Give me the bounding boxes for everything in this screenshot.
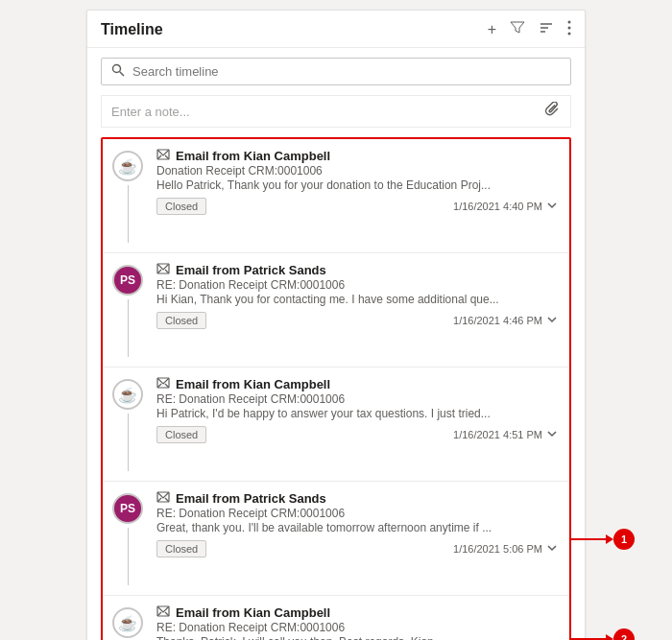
item-content: Email from Kian CampbellRE: Donation Rec… — [153, 377, 558, 443]
avatar-col: ☕ — [103, 149, 153, 243]
panel-title: Timeline — [101, 21, 163, 38]
timeline-item: ☕Email from Kian CampbellRE: Donation Re… — [103, 367, 569, 482]
search-input[interactable] — [132, 64, 561, 79]
datetime-text: 1/16/2021 5:06 PM — [453, 543, 542, 555]
svg-line-9 — [157, 155, 161, 159]
item-subject: RE: Donation Receipt CRM:0001006 — [156, 621, 558, 634]
item-content: Email from Patrick SandsRE: Donation Rec… — [153, 491, 558, 557]
item-preview: Hello Patrick, Thank you for your donati… — [156, 178, 521, 192]
chevron-down-icon[interactable] — [546, 428, 558, 441]
timeline-item: ☕Email from Kian CampbellRE: Donation Re… — [103, 596, 569, 640]
svg-point-4 — [568, 27, 571, 30]
avatar: PS — [112, 265, 143, 296]
avatar-col: PS — [103, 491, 153, 585]
email-icon — [156, 263, 170, 277]
email-icon — [156, 377, 170, 391]
status-badge: Closed — [156, 312, 206, 329]
item-sender: Email from Kian Campbell — [156, 149, 558, 163]
avatar-col: PS — [103, 263, 153, 357]
item-content: Email from Kian CampbellRE: Donation Rec… — [153, 605, 558, 640]
svg-point-6 — [113, 65, 121, 73]
item-footer: Closed1/16/2021 4:40 PM — [156, 198, 558, 215]
datetime-text: 1/16/2021 4:46 PM — [453, 315, 542, 326]
timeline-vline — [128, 299, 129, 357]
svg-line-12 — [157, 270, 161, 273]
item-datetime: 1/16/2021 4:40 PM — [453, 200, 558, 213]
chevron-down-icon[interactable] — [546, 200, 558, 213]
add-icon[interactable]: + — [488, 21, 496, 38]
item-subject: Donation Receipt CRM:0001006 — [156, 164, 558, 178]
note-bar[interactable]: Enter a note... — [101, 95, 571, 128]
more-icon[interactable] — [567, 20, 571, 39]
cup-icon: ☕ — [118, 614, 137, 632]
item-footer: Closed1/16/2021 4:46 PM — [156, 312, 558, 329]
timeline-list: ☕Email from Kian CampbellDonation Receip… — [103, 139, 569, 640]
sender-text: Email from Kian Campbell — [176, 605, 330, 620]
svg-line-16 — [165, 384, 169, 388]
item-content: Email from Patrick SandsRE: Donation Rec… — [153, 263, 558, 329]
chevron-down-icon[interactable] — [546, 542, 558, 556]
timeline-item: PSEmail from Patrick SandsRE: Donation R… — [103, 253, 569, 367]
email-icon — [156, 149, 170, 163]
datetime-text: 1/16/2021 4:40 PM — [453, 201, 542, 212]
annotation-2: 2 — [571, 628, 635, 641]
svg-point-5 — [568, 33, 571, 36]
item-preview: Hi Patrick, I'd be happy to answer your … — [156, 407, 521, 420]
timeline-vline — [128, 185, 129, 243]
item-preview: Thanks, Patrick. I will call you then. B… — [156, 635, 521, 640]
timeline-vline — [128, 414, 129, 471]
timeline-vline — [128, 528, 129, 585]
search-bar — [101, 58, 571, 85]
svg-line-10 — [165, 155, 169, 159]
item-datetime: 1/16/2021 4:46 PM — [453, 314, 558, 327]
avatar: ☕ — [112, 607, 143, 638]
sender-text: Email from Patrick Sands — [176, 263, 326, 277]
item-subject: RE: Donation Receipt CRM:0001006 — [156, 392, 558, 406]
cup-icon: ☕ — [118, 157, 137, 176]
paperclip-icon — [545, 102, 561, 121]
status-badge: Closed — [156, 426, 206, 443]
item-content: Email from Kian CampbellDonation Receipt… — [153, 149, 558, 215]
svg-line-15 — [157, 384, 161, 388]
search-icon — [111, 63, 125, 80]
email-icon — [156, 605, 170, 620]
item-preview: Hi Kian, Thank you for contacting me. I … — [156, 293, 521, 306]
timeline-item: ☕Email from Kian CampbellDonation Receip… — [103, 139, 569, 253]
sort-icon[interactable] — [539, 20, 554, 39]
status-badge: Closed — [156, 198, 206, 215]
avatar: ☕ — [112, 151, 143, 181]
chevron-down-icon[interactable] — [546, 314, 558, 327]
sender-text: Email from Kian Campbell — [176, 149, 330, 163]
avatar: PS — [112, 493, 143, 524]
timeline-item: PSEmail from Patrick SandsRE: Donation R… — [103, 482, 569, 596]
item-preview: Great, thank you. I'll be available tomo… — [156, 521, 521, 534]
sender-text: Email from Kian Campbell — [176, 377, 330, 391]
svg-line-7 — [120, 72, 124, 76]
status-badge: Closed — [156, 540, 206, 557]
filter-icon[interactable] — [510, 20, 525, 39]
item-footer: Closed1/16/2021 5:06 PM — [156, 540, 558, 557]
avatar: ☕ — [112, 379, 143, 410]
item-subject: RE: Donation Receipt CRM:0001006 — [156, 278, 558, 292]
item-sender: Email from Patrick Sands — [156, 491, 558, 506]
email-icon — [156, 491, 170, 506]
avatar-col: ☕ — [103, 377, 153, 471]
sender-text: Email from Patrick Sands — [176, 491, 326, 506]
panel-header: Timeline + — [87, 11, 585, 48]
svg-line-13 — [165, 270, 169, 273]
item-datetime: 1/16/2021 4:51 PM — [453, 428, 558, 441]
header-icons: + — [488, 20, 571, 39]
item-sender: Email from Kian Campbell — [156, 605, 558, 620]
note-placeholder: Enter a note... — [111, 105, 190, 119]
item-datetime: 1/16/2021 5:06 PM — [453, 542, 558, 556]
svg-point-3 — [568, 21, 571, 24]
item-footer: Closed1/16/2021 4:51 PM — [156, 426, 558, 443]
annotation-1: 1 — [571, 529, 635, 550]
avatar-col: ☕ — [103, 605, 153, 638]
datetime-text: 1/16/2021 4:51 PM — [453, 429, 542, 440]
item-subject: RE: Donation Receipt CRM:0001006 — [156, 507, 558, 520]
timeline-container: ☕Email from Kian CampbellDonation Receip… — [101, 137, 571, 640]
item-sender: Email from Patrick Sands — [156, 263, 558, 277]
item-sender: Email from Kian Campbell — [156, 377, 558, 391]
timeline-panel: Timeline + — [86, 10, 586, 640]
